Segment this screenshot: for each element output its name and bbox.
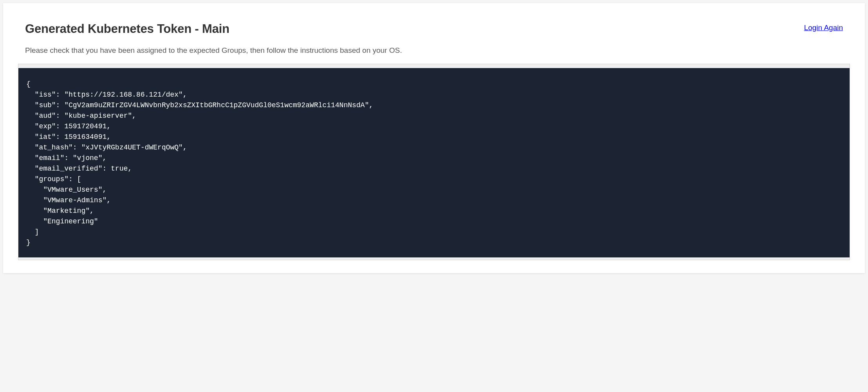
page-title: Generated Kubernetes Token - Main [25, 22, 230, 36]
description-row: Please check that you have been assigned… [3, 45, 865, 64]
token-json-block[interactable]: { "iss": "https://192.168.86.121/dex", "… [18, 68, 850, 257]
code-container: { "iss": "https://192.168.86.121/dex", "… [18, 64, 850, 260]
header-section: Generated Kubernetes Token - Main Login … [3, 3, 865, 45]
login-again-link[interactable]: Login Again [804, 23, 843, 32]
page-wrapper: Generated Kubernetes Token - Main Login … [3, 3, 865, 273]
description-text: Please check that you have been assigned… [25, 45, 843, 56]
